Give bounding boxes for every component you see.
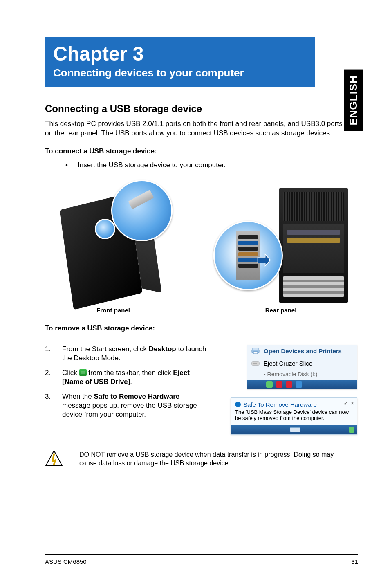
toast-taskbar <box>231 425 357 434</box>
keyboard-icon <box>290 427 300 432</box>
bullet-dot: • <box>65 161 78 169</box>
toast-close-icon[interactable]: ✕ <box>350 400 354 406</box>
page-footer: ASUS CM6850 31 <box>45 554 358 565</box>
menu-open-devices[interactable]: Open Devices and Printers <box>247 345 357 357</box>
menu-open-devices-label: Open Devices and Printers <box>264 348 342 355</box>
connect-heading: To connect a USB storage device: <box>45 147 357 155</box>
menu-eject-drive[interactable]: Eject Cruzer Slice <box>247 357 357 369</box>
tray-icon <box>286 381 292 388</box>
rear-panel-caption: Rear panel <box>265 307 297 314</box>
taskbar-eject-icon <box>79 369 87 376</box>
warning-icon <box>45 449 63 467</box>
connect-bullet: • Insert the USB storage device to your … <box>65 161 357 169</box>
tray-icon <box>276 381 282 388</box>
step-bold: Safe to Remove Hardware <box>94 393 180 400</box>
svg-rect-5 <box>253 363 257 364</box>
remove-heading: To remove a USB storage device: <box>45 324 357 332</box>
remove-steps-row: 1. From the Start screen, click Desktop … <box>45 345 357 435</box>
printer-icon <box>251 348 260 354</box>
step-text: message pops up, remove the USB storage … <box>62 402 197 418</box>
taskbar-tray <box>247 380 357 389</box>
footer-model: ASUS CM6850 <box>45 558 87 565</box>
warning-note: DO NOT remove a USB storage device when … <box>45 449 347 468</box>
step-text: Click <box>62 369 79 377</box>
front-panel-figure: Front panel <box>54 180 173 314</box>
front-callout-small <box>95 219 115 239</box>
tray-icon <box>266 381 273 388</box>
footer-page-number: 31 <box>351 558 358 565</box>
tray-icon <box>296 381 302 388</box>
step-text: . <box>130 378 132 386</box>
tray-green-icon <box>349 427 354 433</box>
svg-rect-1 <box>253 348 258 350</box>
section-intro: This desktop PC provides USB 2.0/1.1 por… <box>45 119 347 138</box>
rear-tower-illustration <box>279 188 348 303</box>
step-number: 2. <box>45 368 62 386</box>
section-heading: Connecting a USB storage device <box>45 103 357 114</box>
svg-marker-0 <box>258 254 270 266</box>
toast-body: The 'USB Mass Storage Device' device can… <box>235 409 353 421</box>
info-icon: i <box>235 402 241 407</box>
step-bold: Desktop <box>149 345 176 353</box>
remove-step-3: 3. When the Safe to Remove Hardware mess… <box>45 392 208 419</box>
remove-step-2: 2. Click from the taskbar, then click Ej… <box>45 368 208 386</box>
panel-images-row: Front panel <box>54 180 348 314</box>
toast-title: Safe To Remove Hardware <box>243 401 317 408</box>
connect-bullet-text: Insert the USB storage device to your co… <box>78 161 226 169</box>
step-text: When the <box>62 393 94 400</box>
arrow-icon <box>256 253 271 267</box>
language-side-tab: ENGLISH <box>344 70 363 131</box>
rear-panel-figure: Rear panel <box>213 184 348 314</box>
rear-callout-bubble <box>213 221 283 290</box>
step-text: From the Start screen, click <box>62 345 149 353</box>
remove-steps-list: 1. From the Start screen, click Desktop … <box>45 345 208 420</box>
safe-remove-toast: ⤢ ✕ i Safe To Remove Hardware The 'USB M… <box>231 397 357 435</box>
step-number: 1. <box>45 345 62 363</box>
chapter-banner: Chapter 3 Connecting devices to your com… <box>45 37 315 87</box>
chapter-subtitle: Connecting devices to your computer <box>53 67 307 79</box>
menu-removable-disk[interactable]: - Removable Disk (I:) <box>247 369 357 380</box>
toast-title-row: i Safe To Remove Hardware <box>235 401 353 408</box>
eject-context-menu: Open Devices and Printers Eject Cruzer S… <box>247 345 357 389</box>
remove-step-1: 1. From the Start screen, click Desktop … <box>45 345 208 363</box>
svg-rect-3 <box>253 352 258 354</box>
warning-text: DO NOT remove a USB storage device when … <box>79 449 347 468</box>
front-panel-caption: Front panel <box>96 307 130 314</box>
chapter-title: Chapter 3 <box>53 43 307 65</box>
usb-stick-illustration <box>128 190 154 209</box>
toast-controls: ⤢ ✕ <box>344 400 354 406</box>
drive-icon <box>251 360 260 366</box>
menu-eject-label: Eject Cruzer Slice <box>264 360 312 367</box>
step-text: from the taskbar, then click <box>87 369 173 377</box>
toast-pin-icon[interactable]: ⤢ <box>344 400 348 406</box>
front-callout-bubble <box>111 180 173 241</box>
step-number: 3. <box>45 392 62 419</box>
